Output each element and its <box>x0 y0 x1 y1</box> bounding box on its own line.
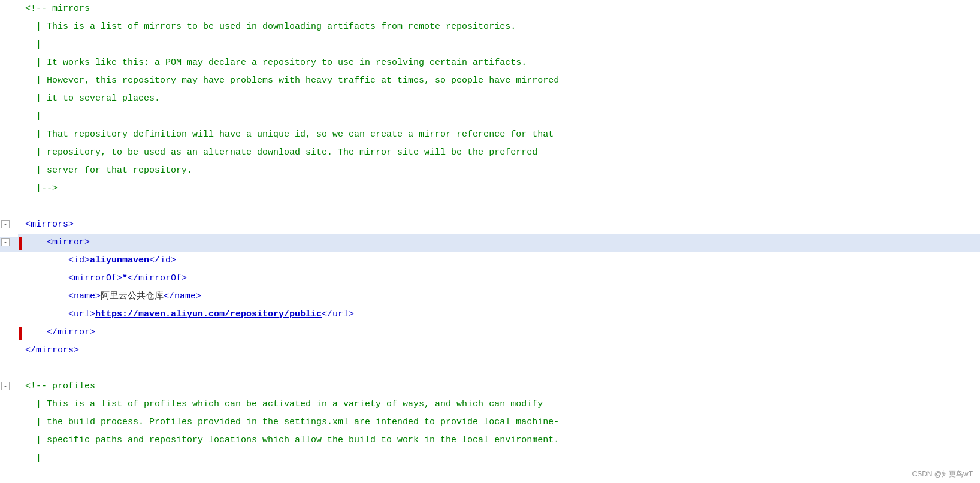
gutter-8 <box>0 126 18 129</box>
line-marker-8 <box>18 126 23 129</box>
line-marker-22 <box>18 378 23 381</box>
line-content-5: | However, this repository may have prob… <box>23 72 980 90</box>
line-19: </mirror> <box>0 324 980 342</box>
line-content-10: | server for that repository. <box>23 162 980 180</box>
line-content-13: <mirrors> <box>23 216 980 234</box>
line-marker-3 <box>18 36 23 39</box>
line-content-25: | specific paths and repository location… <box>23 431 980 449</box>
comment-text-25: | specific paths and repository location… <box>25 435 559 445</box>
gutter-5 <box>0 72 18 75</box>
fold-button-22[interactable]: - <box>1 382 10 390</box>
line-24: | the build process. Profiles provided i… <box>0 413 980 431</box>
tag-text-14: <mirror> <box>25 237 90 247</box>
line-marker-4 <box>18 54 23 57</box>
line-content-26: | <box>23 449 980 467</box>
line-content-19: </mirror> <box>23 324 980 342</box>
line-17: <name>阿里云公共仓库</name> <box>0 288 980 306</box>
line-11: |--> <box>0 180 980 198</box>
line-content-16: <mirrorOf>*</mirrorOf> <box>23 270 980 288</box>
comment-text-6: | it to several places. <box>25 93 160 104</box>
line-12 <box>0 198 980 216</box>
line-marker-25 <box>18 431 23 434</box>
comment-text-2: | This is a list of mirrors to be used i… <box>25 22 516 32</box>
comment-text-1: <!-- mirrors <box>25 4 90 14</box>
line-marker-13 <box>18 216 23 219</box>
line-content-21 <box>23 360 980 378</box>
watermark: CSDN @知更鸟wT <box>912 469 973 479</box>
editor-container: <!-- mirrors | This is a list of mirrors… <box>0 0 980 483</box>
gutter-18 <box>0 306 18 309</box>
fold-button-14[interactable]: - <box>1 238 10 246</box>
line-marker-10 <box>18 162 23 165</box>
line-marker-16 <box>18 270 23 273</box>
line-marker-11 <box>18 180 23 183</box>
gutter-9 <box>0 144 18 147</box>
line-marker-2 <box>18 18 23 21</box>
line-marker-21 <box>18 360 23 363</box>
comment-text-7: | <box>25 111 41 122</box>
red-bar-14 <box>19 237 22 250</box>
part-18-1: https://maven.aliyun.com/repository/publ… <box>95 309 322 319</box>
line-content-12 <box>23 198 980 216</box>
gutter-4 <box>0 54 18 57</box>
line-7: | <box>0 108 980 126</box>
gutter-22: - <box>0 378 18 381</box>
part-17-1: 阿里云公共仓库 <box>101 291 164 301</box>
line-content-11: |--> <box>23 180 980 198</box>
line-6: | it to several places. <box>0 90 980 108</box>
comment-text-8: | That repository definition will have a… <box>25 129 553 140</box>
gutter-23 <box>0 396 18 399</box>
line-content-3: | <box>23 36 980 54</box>
line-content-9: | repository, to be used as an alternate… <box>23 144 980 162</box>
part-15-0: <id> <box>25 255 90 265</box>
gutter-24 <box>0 413 18 416</box>
gutter-2 <box>0 18 18 21</box>
tag-text-19: </mirror> <box>25 327 95 337</box>
comment-text-22: <!-- profiles <box>25 381 95 391</box>
line-marker-24 <box>18 413 23 416</box>
gutter-25 <box>0 431 18 434</box>
gutter-13: - <box>0 216 18 219</box>
line-content-1: <!-- mirrors <box>23 0 980 18</box>
line-16: <mirrorOf>*</mirrorOf> <box>0 270 980 288</box>
line-3: | <box>0 36 980 54</box>
line-26: | <box>0 449 980 467</box>
line-marker-7 <box>18 108 23 111</box>
gutter-16 <box>0 270 18 273</box>
line-1: <!-- mirrors <box>0 0 980 18</box>
fold-button-13[interactable]: - <box>1 220 10 228</box>
red-bar-19 <box>19 327 22 340</box>
line-content-2: | This is a list of mirrors to be used i… <box>23 18 980 36</box>
comment-text-4: | It works like this: a POM may declare … <box>25 58 527 68</box>
gutter-15 <box>0 252 18 255</box>
line-marker-12 <box>18 198 23 201</box>
line-2: | This is a list of mirrors to be used i… <box>0 18 980 36</box>
line-content-20: </mirrors> <box>23 342 980 360</box>
comment-text-24: | the build process. Profiles provided i… <box>25 417 559 427</box>
line-content-6: | it to several places. <box>23 90 980 108</box>
line-marker-23 <box>18 396 23 399</box>
line-marker-9 <box>18 144 23 147</box>
part-17-2: </name> <box>164 291 201 301</box>
gutter-26 <box>0 449 18 452</box>
tag-text-13: <mirrors> <box>25 219 74 230</box>
comment-text-9: | repository, to be used as an alternate… <box>25 147 537 158</box>
line-content-8: | That repository definition will have a… <box>23 126 980 144</box>
comment-text-10: | server for that repository. <box>25 165 192 176</box>
line-marker-19 <box>18 324 23 340</box>
line-9: | repository, to be used as an alternate… <box>0 144 980 162</box>
line-5: | However, this repository may have prob… <box>0 72 980 90</box>
comment-text-23: | This is a list of profiles which can b… <box>25 399 543 409</box>
line-content-22: <!-- profiles <box>23 378 980 396</box>
line-25: | specific paths and repository location… <box>0 431 980 449</box>
line-content-23: | This is a list of profiles which can b… <box>23 396 980 413</box>
line-content-15: <id>aliyunmaven</id> <box>23 252 980 270</box>
line-23: | This is a list of profiles which can b… <box>0 396 980 413</box>
line-marker-14 <box>18 234 23 250</box>
gutter-19 <box>0 324 18 327</box>
comment-text-11: |--> <box>25 183 58 194</box>
part-18-0: <url> <box>25 309 95 319</box>
part-16-1: * <box>122 273 128 283</box>
line-marker-5 <box>18 72 23 75</box>
line-20: </mirrors> <box>0 342 980 360</box>
